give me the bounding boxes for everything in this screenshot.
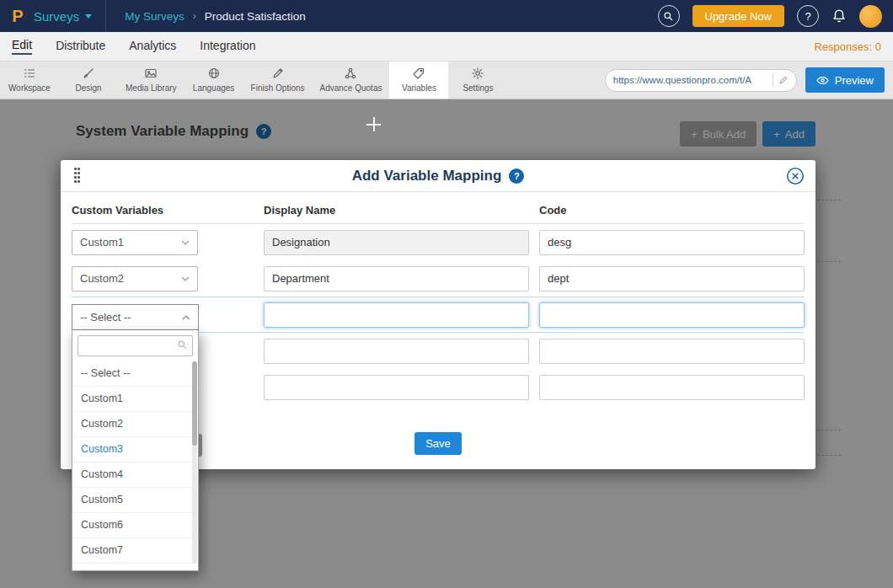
dropdown-panel: -- Select -- Custom1 Custom2 Custom3 Cus… — [72, 330, 199, 571]
tool-label: Settings — [463, 83, 493, 93]
breadcrumb-my-surveys[interactable]: My Surveys — [125, 10, 184, 23]
dropdown-search-input[interactable] — [78, 335, 193, 356]
display-name-input-1[interactable] — [264, 230, 529, 255]
variable-select-2[interactable]: Custom2 — [72, 266, 198, 291]
dropdown-option-custom6[interactable]: Custom6 — [72, 513, 198, 538]
dropdown-option-custom3[interactable]: Custom3 — [72, 437, 198, 462]
display-name-input-4[interactable] — [264, 339, 529, 364]
breadcrumb-survey-name: Product Satisfaction — [205, 10, 306, 23]
dropdown-option-custom7[interactable]: Custom7 — [72, 538, 198, 564]
tool-settings[interactable]: Settings — [448, 61, 507, 99]
search-button[interactable] — [658, 5, 680, 27]
finish-options-icon — [271, 67, 285, 80]
responses-count[interactable]: Responses: 0 — [815, 40, 882, 53]
user-avatar[interactable] — [859, 5, 882, 28]
mouse-cursor — [366, 117, 381, 131]
tool-label: Variables — [402, 83, 436, 93]
col-display-name: Display Name — [264, 204, 539, 223]
survey-nav: Edit Distribute Analytics Integration Re… — [0, 32, 893, 61]
tab-integration[interactable]: Integration — [200, 39, 255, 54]
eye-icon — [816, 75, 829, 86]
dropdown-option-select[interactable]: -- Select -- — [72, 361, 198, 387]
variable-select-value: Custom1 — [80, 236, 124, 249]
design-icon — [82, 67, 95, 80]
app-screen: P Surveys My Surveys › Product Satisfact… — [0, 0, 893, 588]
dropdown-option-custom1[interactable]: Custom1 — [72, 387, 198, 412]
upgrade-now-button[interactable]: Upgrade Now — [692, 5, 785, 27]
display-name-input-2[interactable] — [264, 266, 529, 291]
surveys-dropdown[interactable]: Surveys — [30, 0, 106, 32]
chevron-down-icon — [85, 14, 92, 19]
breadcrumb: My Surveys › Product Satisfaction — [125, 10, 306, 23]
tool-label: Finish Options — [251, 83, 305, 93]
variables-icon — [412, 67, 425, 80]
dropdown-search — [72, 330, 198, 361]
advance-quotas-icon — [344, 67, 357, 80]
tab-distribute[interactable]: Distribute — [56, 39, 105, 54]
chevron-down-icon — [181, 240, 190, 245]
dropdown-option-list: -- Select -- Custom1 Custom2 Custom3 Cus… — [72, 361, 198, 564]
edit-url-pencil-icon[interactable] — [778, 75, 789, 85]
modal-header: Add Variable Mapping ? — [61, 160, 815, 192]
drag-handle-icon[interactable] — [74, 168, 81, 184]
code-input-1[interactable] — [539, 230, 805, 255]
search-icon — [663, 11, 674, 22]
tool-languages[interactable]: Languages — [184, 61, 243, 99]
mapping-row-1: Custom1 — [72, 224, 805, 260]
variable-select-3[interactable]: -- Select -- — [72, 304, 199, 330]
edit-toolbar: Workspace Design Media Library Languages… — [0, 61, 893, 99]
chevron-up-icon — [182, 315, 190, 320]
code-input-5[interactable] — [539, 375, 805, 400]
code-input-3[interactable] — [539, 302, 805, 328]
chevron-down-icon — [181, 276, 190, 281]
tool-workspace[interactable]: Workspace — [0, 61, 59, 99]
tool-label: Media Library — [126, 83, 177, 93]
tab-analytics[interactable]: Analytics — [129, 39, 176, 54]
close-icon — [786, 167, 805, 185]
mapping-row-2: Custom2 — [72, 260, 805, 297]
survey-url-text: https://www.questionpro.com/t/A — [613, 75, 767, 85]
dropdown-scrollbar[interactable] — [192, 361, 197, 564]
media-library-icon — [144, 67, 158, 80]
settings-icon — [471, 67, 484, 80]
dropdown-option-custom2[interactable]: Custom2 — [72, 412, 198, 437]
modal-help-icon[interactable]: ? — [509, 168, 524, 184]
tool-label: Languages — [193, 83, 235, 93]
save-button[interactable]: Save — [414, 432, 462, 455]
tool-finish-options[interactable]: Finish Options — [243, 61, 313, 99]
variable-select-1[interactable]: Custom1 — [72, 230, 198, 255]
modal-close-button[interactable] — [786, 167, 805, 185]
code-input-4[interactable] — [539, 339, 805, 364]
tool-media-library[interactable]: Media Library — [118, 61, 184, 99]
topbar: P Surveys My Surveys › Product Satisfact… — [0, 0, 893, 32]
topbar-actions: Upgrade Now ? — [658, 5, 883, 28]
variable-select-value: -- Select -- — [80, 311, 131, 323]
tool-label: Advance Quotas — [320, 83, 382, 93]
survey-url-field[interactable]: https://www.questionpro.com/t/A — [605, 69, 797, 92]
languages-icon — [207, 67, 221, 80]
questionpro-logo: P — [5, 7, 30, 26]
tool-label: Design — [75, 83, 101, 93]
divider — [773, 73, 773, 87]
tool-advance-quotas[interactable]: Advance Quotas — [313, 61, 390, 99]
breadcrumb-separator: › — [193, 10, 196, 22]
col-code: Code — [539, 204, 805, 223]
display-name-input-3[interactable] — [264, 302, 529, 328]
preview-label: Preview — [835, 74, 874, 87]
tool-design[interactable]: Design — [59, 61, 118, 99]
notifications-button[interactable] — [832, 8, 847, 24]
search-icon — [177, 339, 188, 350]
display-name-input-5[interactable] — [264, 375, 529, 400]
dropdown-option-custom4[interactable]: Custom4 — [72, 462, 198, 488]
tool-variables[interactable]: Variables — [389, 61, 448, 99]
column-headers: Custom Variables Display Name Code — [72, 204, 805, 224]
preview-button[interactable]: Preview — [805, 67, 885, 93]
surveys-label: Surveys — [34, 9, 79, 24]
code-input-2[interactable] — [539, 266, 805, 291]
col-custom-variables: Custom Variables — [72, 204, 264, 223]
dropdown-scrollbar-thumb[interactable] — [192, 361, 197, 446]
workspace-icon — [23, 67, 36, 80]
tab-edit[interactable]: Edit — [12, 38, 32, 55]
dropdown-option-custom5[interactable]: Custom5 — [72, 488, 198, 513]
help-button[interactable]: ? — [797, 5, 819, 27]
